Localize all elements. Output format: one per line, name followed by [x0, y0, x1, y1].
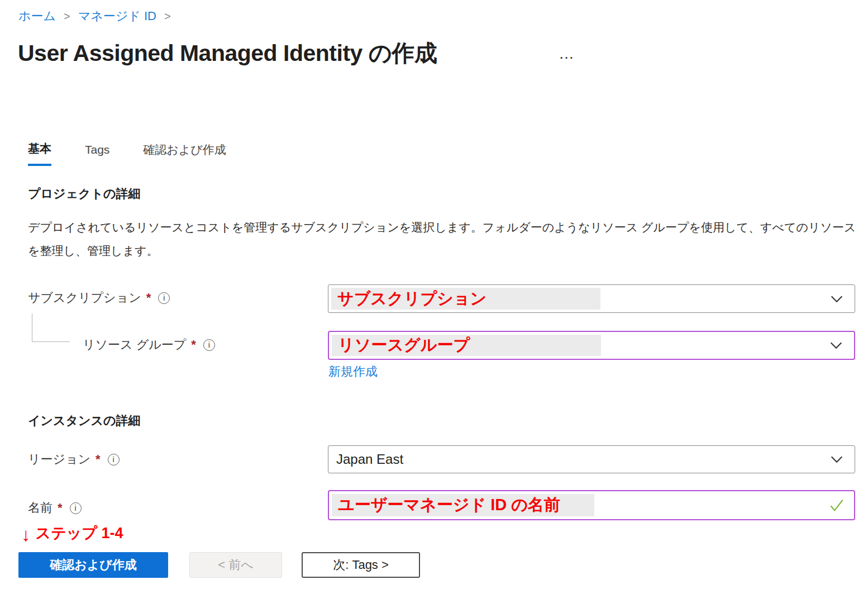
region-label-text: リージョン	[28, 451, 90, 468]
tab-basics[interactable]: 基本	[28, 141, 51, 166]
name-input[interactable]: ユーザーマネージド ID の名前	[328, 490, 855, 520]
tree-connector	[32, 314, 70, 342]
name-label-text: 名前	[28, 500, 53, 516]
step-annotation-text: ステップ 1-4	[36, 523, 123, 543]
tab-review-create[interactable]: 確認および作成	[143, 141, 226, 166]
breadcrumb-separator: >	[64, 10, 70, 23]
step-annotation: ↓ ステップ 1-4	[21, 523, 123, 543]
region-dropdown[interactable]: Japan East	[328, 445, 855, 473]
chevron-down-icon	[829, 452, 845, 467]
breadcrumb-home[interactable]: ホーム	[18, 8, 56, 25]
info-icon[interactable]: i	[70, 502, 82, 514]
subscription-label: サブスクリプション * i	[28, 289, 170, 306]
wizard-tabs: 基本 Tags 確認および作成	[28, 141, 260, 166]
chevron-down-icon	[828, 338, 844, 353]
resource-group-label: リソース グループ * i	[83, 336, 215, 353]
resource-group-value: リソースグループ	[332, 335, 601, 356]
project-details-heading: プロジェクトの詳細	[28, 186, 141, 202]
required-asterisk: *	[146, 291, 151, 305]
info-icon[interactable]: i	[203, 339, 215, 351]
create-managed-identity-page: ホーム > マネージド ID > User Assigned Managed I…	[0, 0, 868, 589]
subscription-label-text: サブスクリプション	[28, 289, 141, 306]
name-value: ユーザーマネージド ID の名前	[332, 494, 594, 516]
page-title: User Assigned Managed Identity の作成	[18, 38, 437, 69]
required-asterisk: *	[191, 338, 196, 352]
breadcrumb: ホーム > マネージド ID >	[18, 8, 171, 25]
subscription-value: サブスクリプション	[331, 288, 600, 310]
breadcrumb-separator: >	[164, 10, 171, 23]
info-icon[interactable]: i	[158, 292, 170, 304]
name-label: 名前 * i	[28, 500, 82, 516]
region-value: Japan East	[328, 452, 403, 467]
resource-group-dropdown[interactable]: リソースグループ	[328, 331, 855, 360]
resource-group-label-text: リソース グループ	[83, 336, 186, 353]
required-asterisk: *	[96, 452, 101, 467]
required-asterisk: *	[58, 501, 63, 515]
previous-button[interactable]: < 前へ	[189, 552, 282, 578]
breadcrumb-managed-id[interactable]: マネージド ID	[78, 8, 156, 25]
valid-check-icon	[828, 497, 845, 514]
chevron-down-icon	[829, 291, 845, 307]
next-tags-button[interactable]: 次: Tags >	[302, 552, 420, 578]
create-new-link[interactable]: 新規作成	[328, 363, 378, 380]
project-details-description: デプロイされているリソースとコストを管理するサブスクリプションを選択します。フォ…	[28, 216, 861, 263]
instance-details-heading: インスタンスの詳細	[28, 412, 141, 429]
region-label: リージョン * i	[28, 451, 120, 468]
subscription-dropdown[interactable]: サブスクリプション	[328, 284, 855, 313]
info-icon[interactable]: i	[108, 454, 120, 466]
more-options-icon[interactable]: …	[559, 45, 575, 63]
tab-tags[interactable]: Tags	[85, 141, 109, 166]
down-arrow-icon: ↓	[21, 525, 31, 544]
review-create-button[interactable]: 確認および作成	[18, 552, 168, 578]
